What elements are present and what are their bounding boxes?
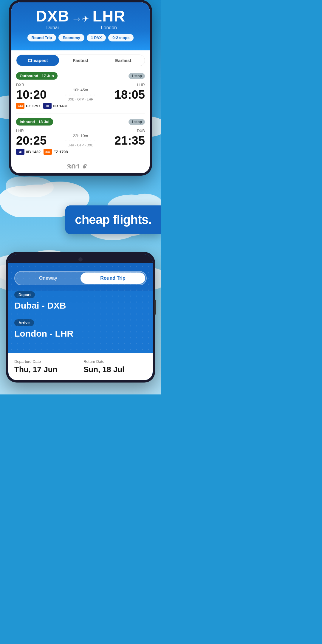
inbound-dest-label: DXB <box>137 129 145 133</box>
origin-code: DXB <box>36 7 69 25</box>
outbound-airline-1: dubai FZ 1797 <box>16 103 40 109</box>
inbound-stop-badge: 1 stop <box>129 119 145 125</box>
inbound-label: Inbound - 18 Jul <box>16 118 53 126</box>
inbound-dashed-line: - - - - - - - - <box>49 138 112 143</box>
inbound-flight-code-2: FZ 1798 <box>53 150 68 154</box>
origin-name: Dubai <box>36 25 69 30</box>
departure-date-label: Departure Date <box>14 359 78 364</box>
segment-divider <box>16 114 145 114</box>
destination-airport-block: LHR London <box>92 7 125 30</box>
inbound-airline-1: 0B 0B 1432 <box>16 149 41 155</box>
origin-airport-block: DXB Dubai <box>36 7 69 30</box>
inbound-duration: 22h 10m <box>49 134 112 138</box>
phone-frame-1: DXB Dubai ⇾ ✈ LHR London <box>9 0 152 176</box>
notch-camera <box>78 257 83 261</box>
return-date-label: Return Date <box>83 359 147 364</box>
dot-pattern <box>8 263 153 353</box>
dates-section: Departure Date Thu, 17 Jun Return Date S… <box>8 353 153 380</box>
outbound-segment: Outbound - 17 Jun 1 stop DXB LHR 10:20 1… <box>16 72 145 109</box>
inbound-origin-label: LHR <box>16 129 24 133</box>
cheap-flights-section: cheap flights. <box>0 188 161 246</box>
volume-button <box>154 300 156 315</box>
airports-row: DXB Dubai ⇾ ✈ LHR London <box>17 7 144 30</box>
inbound-airlines: 0B 0B 1432 dubai FZ 1798 <box>16 149 145 155</box>
outbound-dashed-line: - - - - - - - - <box>49 92 112 97</box>
return-date-value: Sun, 18 Jul <box>83 365 147 374</box>
outbound-airlines: dubai FZ 1797 0B 0B 1431 <box>16 103 145 109</box>
inbound-route: LHR - OTP - DXB <box>49 143 112 147</box>
outbound-dest-label: LHR <box>137 83 145 87</box>
filter-pax[interactable]: 1 PAX <box>87 34 106 41</box>
outbound-flight-code-2: 0B 1431 <box>53 104 68 108</box>
tab-earliest[interactable]: Earliest <box>102 55 145 66</box>
inbound-depart-time: 20:25 <box>16 134 47 146</box>
outbound-origin-label: DXB <box>16 83 24 87</box>
inbound-times-row: 20:25 22h 10m - - - - - - - - LHR - OTP … <box>16 134 145 147</box>
tab-cheapest[interactable]: Cheapest <box>16 55 59 66</box>
flydubai-logo-2: dubai <box>44 149 52 155</box>
flydubai-logo-1: dubai <box>16 103 24 109</box>
destination-name: London <box>92 25 125 30</box>
phone-frame-2: Oneway Round Trip Depart Dubai - DXB Arr… <box>6 252 155 383</box>
filter-stops[interactable]: 0-2 stops <box>108 34 134 41</box>
outbound-header: Outbound - 17 Jun 1 stop <box>16 72 145 80</box>
inbound-route-middle: 22h 10m - - - - - - - - LHR - OTP - DXB <box>47 134 114 147</box>
phone-screen-1: DXB Dubai ⇾ ✈ LHR London <box>11 2 150 173</box>
results-container: Outbound - 17 Jun 1 stop DXB LHR 10:20 1… <box>11 69 150 173</box>
blueair-logo-1: 0B <box>43 103 52 109</box>
inbound-flight-code-1: 0B 1432 <box>26 150 41 154</box>
outbound-airline-2: 0B 0B 1431 <box>43 103 68 109</box>
filter-cabin[interactable]: Economy <box>58 34 84 41</box>
flight-header: DXB Dubai ⇾ ✈ LHR London <box>11 2 150 50</box>
price-partial: 301 €... <box>16 160 145 168</box>
inbound-segment: Inbound - 18 Jul 1 stop LHR DXB 20:25 22… <box>16 118 145 155</box>
filter-trip-type[interactable]: Round Trip <box>27 34 56 41</box>
inbound-arrive-time: 21:35 <box>114 134 145 146</box>
tabs-container: Cheapest Fastest Earliest <box>11 55 150 69</box>
blueair-logo-2: 0B <box>16 149 24 155</box>
outbound-route-middle: 10h 45m - - - - - - - - DXB - OTP - LHR <box>47 88 114 101</box>
outbound-times-row: 10:20 10h 45m - - - - - - - - DXB - OTP … <box>16 88 145 101</box>
return-date-col[interactable]: Return Date Sun, 18 Jul <box>83 359 147 374</box>
dates-row: Departure Date Thu, 17 Jun Return Date S… <box>14 359 147 374</box>
outbound-flight-code-1: FZ 1797 <box>26 104 40 108</box>
outbound-route: DXB - OTP - LHR <box>49 97 112 101</box>
outbound-arrive-time: 18:05 <box>114 89 145 100</box>
tab-fastest[interactable]: Fastest <box>59 55 102 66</box>
departure-date-col[interactable]: Departure Date Thu, 17 Jun <box>14 359 78 374</box>
phone-screen-2: Oneway Round Trip Depart Dubai - DXB Arr… <box>8 254 153 380</box>
outbound-label: Outbound - 17 Jun <box>16 72 58 80</box>
plane-icon: ⇾ ✈ <box>73 14 89 24</box>
outbound-duration: 10h 45m <box>49 88 112 92</box>
tabs-row: Cheapest Fastest Earliest <box>16 55 145 66</box>
departure-date-value: Thu, 17 Jun <box>14 365 78 374</box>
phone-notch <box>8 254 153 263</box>
inbound-airline-2: dubai FZ 1798 <box>44 149 68 155</box>
section-bottom: Oneway Round Trip Depart Dubai - DXB Arr… <box>0 252 161 394</box>
outbound-depart-time: 10:20 <box>16 89 47 100</box>
destination-code: LHR <box>92 7 125 25</box>
middle-section: cheap flights. <box>0 182 161 252</box>
inbound-header: Inbound - 18 Jul 1 stop <box>16 118 145 126</box>
svg-rect-24 <box>8 263 153 353</box>
outbound-stop-badge: 1 stop <box>129 73 145 79</box>
filters-row: Round Trip Economy 1 PAX 0-2 stops <box>17 34 144 41</box>
cheap-flights-banner: cheap flights. <box>65 205 161 234</box>
